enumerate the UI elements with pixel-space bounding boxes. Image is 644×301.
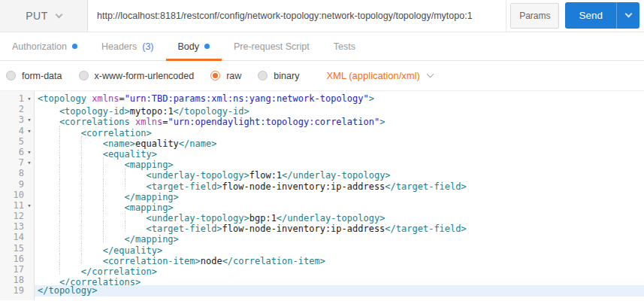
request-tabs: AuthorizationHeaders(3)BodyPre-request S…: [0, 32, 644, 61]
params-button[interactable]: Params: [510, 3, 559, 29]
code-content: </mapping>: [35, 232, 644, 242]
token-attr: xmlns: [92, 93, 119, 104]
indent-guide: [103, 200, 125, 211]
code-line[interactable]: 14</mapping>: [0, 232, 644, 242]
blue-dot-indicator: [204, 44, 210, 49]
indent-guide: [59, 200, 81, 211]
radio-form-data[interactable]: form-data: [6, 71, 62, 81]
code-line[interactable]: 12<underlay-topology>bgp:1</underlay-top…: [0, 211, 644, 221]
chevron-down-icon: [426, 71, 434, 78]
indent-guide: [59, 147, 81, 157]
radio-x-www-form-urlencoded[interactable]: x-www-form-urlencoded: [79, 71, 195, 81]
code-line[interactable]: 13<target-field>flow-node-inventory:ip-a…: [0, 221, 644, 232]
gutter-cell: 13: [0, 221, 35, 232]
code-content: </topology>: [35, 285, 644, 296]
code-line[interactable]: 19</topology>: [0, 285, 644, 296]
indent-guide: [38, 114, 59, 125]
indent-guide: [59, 168, 81, 178]
code-line[interactable]: 4▾<correlation>: [0, 126, 644, 136]
method-select[interactable]: PUT: [0, 0, 88, 32]
chevron-down-icon: [55, 11, 62, 18]
tab-tests[interactable]: Tests: [322, 32, 367, 60]
tab-label: Headers: [101, 41, 137, 52]
tab-label: Pre-request Script: [234, 41, 310, 52]
fold-arrow-icon[interactable]: ▾: [24, 126, 35, 136]
indent-guide: [59, 190, 81, 200]
send-button[interactable]: Send: [565, 2, 616, 29]
line-number: 14: [0, 232, 24, 242]
code-line[interactable]: 11▾<mapping>: [0, 200, 644, 211]
content-type-select[interactable]: XML (application/xml): [326, 70, 433, 81]
code-editor[interactable]: 1▾<topology xmlns="urn:TBD:params:xml:ns…: [0, 91, 644, 300]
indent-guide: [103, 168, 125, 178]
indent-guide: [38, 157, 59, 168]
code-line[interactable]: 18</correlations>: [0, 275, 644, 285]
code-line[interactable]: 6▾<equality>: [0, 147, 644, 157]
code-line[interactable]: 5<name>equality</name>: [0, 136, 644, 147]
fold-arrow-icon[interactable]: ▾: [24, 157, 35, 168]
indent-guide: [38, 254, 59, 264]
indent-guide: [81, 136, 103, 147]
method-label: PUT: [26, 10, 48, 22]
code-line[interactable]: 7▾<mapping>: [0, 157, 644, 168]
code-content: <correlation-item>node</correlation-item…: [35, 254, 644, 264]
indent-guide: [103, 232, 125, 242]
indent-guide: [125, 179, 147, 190]
radio-binary[interactable]: binary: [258, 71, 299, 81]
gutter-cell: 18: [0, 275, 35, 285]
line-number: 1: [0, 93, 24, 104]
indent-guide: [59, 126, 81, 136]
code-line[interactable]: 15</equality>: [0, 243, 644, 254]
code-line[interactable]: 1▾<topology xmlns="urn:TBD:params:xml:ns…: [0, 93, 644, 104]
gutter-cell: 14: [0, 232, 35, 242]
code-content: <topology-id>mytopo:1</topology-id>: [35, 104, 644, 114]
radio-label: form-data: [22, 71, 62, 81]
indent-guide: [59, 211, 81, 221]
indent-guide: [81, 254, 103, 264]
code-line[interactable]: 3▾<correlations xmlns="urn:opendaylight:…: [0, 114, 644, 125]
radio-label: binary: [274, 71, 299, 81]
code-line[interactable]: 17</correlation>: [0, 264, 644, 275]
fold-arrow-icon[interactable]: ▾: [24, 93, 35, 104]
code-line[interactable]: 10</mapping>: [0, 190, 644, 200]
indent-guide: [125, 211, 147, 221]
gutter-cell: 7▾: [0, 157, 35, 168]
code-line[interactable]: 9<target-field>flow-node-inventory:ip-ad…: [0, 179, 644, 190]
gutter-cell: 19: [0, 285, 35, 296]
code-content: </mapping>: [35, 190, 644, 200]
indent-guide: [38, 200, 59, 211]
tab-count-badge: (3): [142, 41, 153, 52]
fold-arrow-icon[interactable]: ▾: [24, 147, 35, 157]
tab-body[interactable]: Body: [166, 32, 222, 60]
url-input[interactable]: http://localhost:8181/restconf/config/ne…: [88, 0, 506, 32]
code-line[interactable]: 8<underlay-topology>flow:1</underlay-top…: [0, 168, 644, 178]
code-content: <correlations xmlns="urn:opendaylight:to…: [35, 114, 644, 125]
code-line[interactable]: 2<topology-id>mytopo:1</topology-id>: [0, 104, 644, 114]
code-line[interactable]: 16<correlation-item>node</correlation-it…: [0, 254, 644, 264]
code-content: <correlation>: [35, 126, 644, 136]
token-tag: <topology: [38, 93, 86, 104]
indent-guide: [103, 179, 125, 190]
code-content: <topology xmlns="urn:TBD:params:xml:ns:y…: [35, 93, 644, 104]
code-content: <name>equality</name>: [35, 136, 644, 147]
indent-guide: [38, 275, 59, 285]
line-number: 5: [0, 136, 24, 147]
line-number: 17: [0, 264, 24, 275]
radio-label: raw: [226, 71, 241, 81]
tab-headers[interactable]: Headers(3): [89, 32, 166, 60]
body-type-radios: form-datax-www-form-urlencodedrawbinary: [6, 71, 316, 81]
indent-guide: [103, 190, 125, 200]
code-content: </correlations>: [35, 275, 644, 285]
indent-guide: [59, 179, 81, 190]
line-number: 16: [0, 254, 24, 264]
indent-guide: [38, 179, 59, 190]
fold-arrow-icon[interactable]: ▾: [24, 200, 35, 211]
tab-authorization[interactable]: Authorization: [0, 32, 89, 60]
send-options-button[interactable]: [616, 2, 639, 29]
fold-arrow-icon[interactable]: ▾: [24, 114, 35, 125]
indent-guide: [38, 104, 59, 114]
indent-guide: [81, 168, 103, 178]
body-type-bar: form-datax-www-form-urlencodedrawbinary …: [0, 61, 644, 91]
radio-raw[interactable]: raw: [210, 71, 241, 81]
tab-pre-request-script[interactable]: Pre-request Script: [222, 32, 322, 60]
